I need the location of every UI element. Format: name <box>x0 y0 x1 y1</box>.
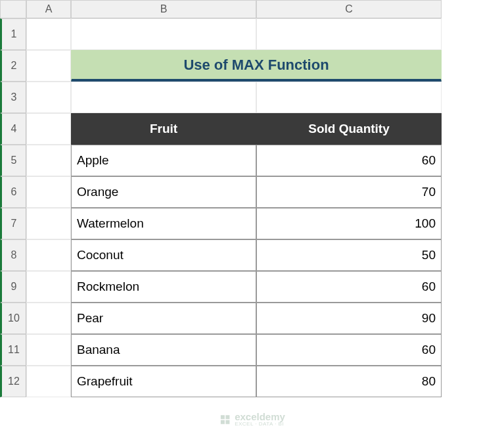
row-header-8[interactable]: 8 <box>0 239 26 271</box>
table-row[interactable]: 60 <box>256 271 442 303</box>
cell-a4[interactable] <box>26 113 71 145</box>
table-row[interactable]: 60 <box>256 334 442 366</box>
table-row[interactable]: Watermelon <box>71 208 256 239</box>
cell-a2[interactable] <box>26 50 71 82</box>
watermark-brand: exceldemy <box>235 412 285 422</box>
table-row[interactable]: Banana <box>71 334 256 366</box>
watermark-text: exceldemy EXCEL · DATA · BI <box>235 412 285 427</box>
row-header-6[interactable]: 6 <box>0 176 26 208</box>
row-header-11[interactable]: 11 <box>0 334 26 366</box>
cell-a12[interactable] <box>26 366 71 397</box>
row-header-3[interactable]: 3 <box>0 82 26 113</box>
table-row[interactable]: 80 <box>256 366 442 397</box>
col-header-c[interactable]: C <box>256 0 442 18</box>
table-row[interactable]: Coconut <box>71 239 256 271</box>
cell-c1[interactable] <box>256 18 442 50</box>
title-cell[interactable]: Use of MAX Function <box>71 50 442 82</box>
row-header-4[interactable]: 4 <box>0 113 26 145</box>
grid-corner <box>0 0 26 18</box>
table-row[interactable]: 100 <box>256 208 442 239</box>
row-header-12[interactable]: 12 <box>0 366 26 397</box>
table-row[interactable]: Pear <box>71 303 256 334</box>
cell-b3[interactable] <box>71 82 256 113</box>
cell-a1[interactable] <box>26 18 71 50</box>
table-row[interactable]: Apple <box>71 145 256 176</box>
row-header-10[interactable]: 10 <box>0 303 26 334</box>
cell-a9[interactable] <box>26 271 71 303</box>
cell-a5[interactable] <box>26 145 71 176</box>
logo-icon <box>219 414 231 426</box>
cell-a8[interactable] <box>26 239 71 271</box>
table-row[interactable]: 90 <box>256 303 442 334</box>
spreadsheet-grid: A B C 1 2 Use of MAX Function 3 4 Fruit … <box>0 0 504 397</box>
col-header-a[interactable]: A <box>26 0 71 18</box>
row-header-9[interactable]: 9 <box>0 271 26 303</box>
col-header-b[interactable]: B <box>71 0 256 18</box>
table-row[interactable]: 60 <box>256 145 442 176</box>
table-row[interactable]: Rockmelon <box>71 271 256 303</box>
header-qty[interactable]: Sold Quantity <box>256 113 442 145</box>
table-row[interactable]: 70 <box>256 176 442 208</box>
row-header-5[interactable]: 5 <box>0 145 26 176</box>
table-row[interactable]: Grapefruit <box>71 366 256 397</box>
cell-a7[interactable] <box>26 208 71 239</box>
cell-a10[interactable] <box>26 303 71 334</box>
cell-a11[interactable] <box>26 334 71 366</box>
table-row[interactable]: Orange <box>71 176 256 208</box>
cell-b1[interactable] <box>71 18 256 50</box>
cell-c3[interactable] <box>256 82 442 113</box>
cell-a3[interactable] <box>26 82 71 113</box>
header-fruit[interactable]: Fruit <box>71 113 256 145</box>
row-header-2[interactable]: 2 <box>0 50 26 82</box>
cell-a6[interactable] <box>26 176 71 208</box>
row-header-7[interactable]: 7 <box>0 208 26 239</box>
table-row[interactable]: 50 <box>256 239 442 271</box>
watermark: exceldemy EXCEL · DATA · BI <box>219 412 285 427</box>
watermark-tag: EXCEL · DATA · BI <box>235 422 285 427</box>
row-header-1[interactable]: 1 <box>0 18 26 50</box>
